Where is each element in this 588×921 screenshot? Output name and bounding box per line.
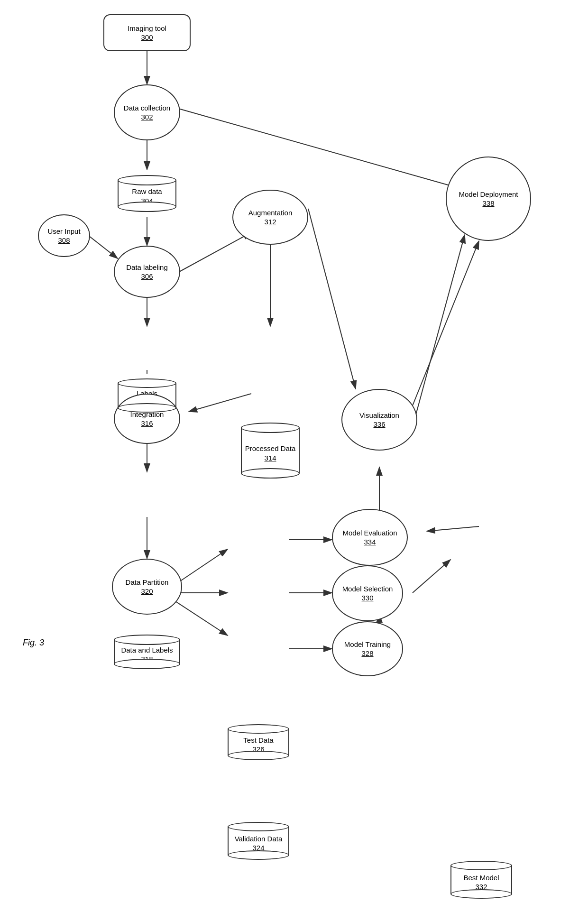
processed-data-node: Processed Data 314 <box>241 417 300 484</box>
svg-line-20 <box>427 526 479 531</box>
data-partition-node: Data Partition 320 <box>112 559 182 615</box>
test-data-node: Test Data 326 <box>228 719 289 765</box>
visualization-node: Visualization 336 <box>341 389 417 451</box>
svg-line-24 <box>180 109 465 190</box>
model-deployment-node: Model Deployment 338 <box>446 157 531 241</box>
model-evaluation-node: Model Evaluation 334 <box>332 509 408 566</box>
data-collection-node: Data collection 302 <box>114 84 180 140</box>
svg-line-23 <box>413 235 465 427</box>
raw-data-node: Raw data 304 <box>118 170 176 217</box>
model-training-node: Model Training 328 <box>332 621 403 676</box>
svg-line-12 <box>175 601 228 635</box>
svg-line-19 <box>413 560 450 593</box>
svg-line-25 <box>408 241 479 417</box>
user-input-node: User Input 308 <box>38 214 90 257</box>
imaging-tool-node: Imaging tool 300 <box>103 14 191 51</box>
data-and-labels-node: Data and Labels 318 <box>114 629 180 674</box>
model-selection-node: Model Selection 330 <box>332 565 403 621</box>
data-labeling-node: Data labeling 306 <box>114 246 180 298</box>
validation-data-node: Validation Data 324 <box>228 817 289 865</box>
svg-line-9 <box>189 394 251 412</box>
svg-line-14 <box>175 549 228 584</box>
integration-node: Integration 316 <box>114 394 180 444</box>
diagram: Imaging tool 300 Data collection 302 Raw… <box>0 0 588 921</box>
best-model-node: Best Model 332 <box>450 856 512 903</box>
svg-line-22 <box>308 209 356 389</box>
fig-label: Fig. 3 <box>23 638 44 648</box>
augmentation-node: Augmentation 312 <box>232 190 308 245</box>
svg-line-6 <box>179 232 251 272</box>
